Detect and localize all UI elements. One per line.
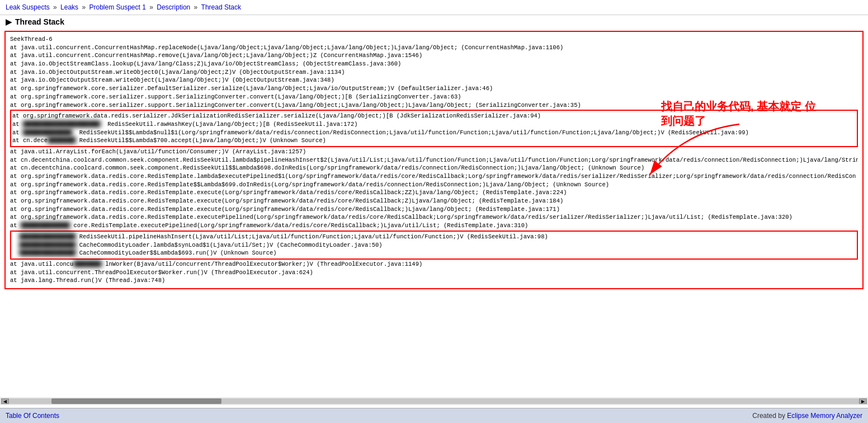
stack-line-22: at ██████████████ core.RedisTemplate.exe… (10, 222, 858, 230)
stack-line-1: at java.util.concurrent.ConcurrentHashMa… (10, 44, 858, 52)
breadcrumb-sep-3: » (149, 3, 155, 11)
stack-trace: SeekThread-6 at java.util.concurrent.Con… (10, 35, 858, 285)
stack-line-27: at java.util.concurrent.ThreadPoolExecut… (10, 269, 858, 277)
stack-line-11: at ██████████████ RedisSeekUtil$$Lambda$… (12, 129, 856, 137)
stack-line-19: at org.springframework.data.redis.core.R… (10, 197, 858, 205)
breadcrumb-description[interactable]: Description (157, 3, 190, 11)
page-title: Thread Stack (15, 17, 64, 26)
stack-line-4: at java.io.ObjectOutputStream.writeObjec… (10, 68, 858, 77)
stack-line-12: at cn.dece████████ RedisSeekUtil$$Lambda… (12, 137, 856, 145)
stack-line-18: at org.springframework.data.redis.core.R… (10, 189, 858, 197)
stack-line-20: at org.springframework.data.redis.core.R… (10, 205, 858, 214)
stack-line-3: at java.io.ObjectStreamClass.lookup(Ljav… (10, 60, 858, 68)
main-content: SeekThread-6 at java.util.concurrent.Con… (4, 31, 864, 289)
stack-line-25: ████████████████ CacheCommodityLoader$$L… (12, 249, 856, 257)
stack-line-13: at java.util.ArrayList.forEach(Ljava/uti… (10, 148, 858, 156)
stack-line-17: at org.springframework.data.redis.core.R… (10, 181, 858, 189)
stack-line-16: at org.springframework.data.redis.core.R… (10, 172, 858, 181)
stack-line-15: at cn.decentchina.coolcard.common.seek.c… (10, 164, 858, 172)
breadcrumb-sep-2: » (82, 3, 87, 11)
breadcrumb-problem-suspect[interactable]: Problem Suspect 1 (89, 3, 145, 11)
breadcrumb: Leak Suspects » Leaks » Problem Suspect … (0, 0, 868, 15)
chinese-annotation: 找自己的业务代码, 基本就定 位到问题了 (661, 99, 818, 128)
breadcrumb-thread-stack[interactable]: Thread Stack (201, 3, 241, 11)
stack-line-28: at java.lang.Thread.run()V (Thread.java:… (10, 276, 858, 285)
breadcrumb-sep-1: » (53, 3, 59, 11)
stack-line-5: at java.io.ObjectOutputStream.writeObjec… (10, 76, 858, 84)
breadcrumb-sep-4: » (194, 3, 200, 11)
stack-line-26: at java.util.concu████████ lnWorker(Bjav… (10, 260, 858, 269)
stack-line-6: at org.springframework.core.serializer.D… (10, 84, 858, 93)
page-title-area: ▶ Thread Stack (0, 15, 868, 30)
breadcrumb-leaks[interactable]: Leaks (60, 3, 78, 11)
stack-line-14: at cn.decentchina.coolcard.common.seek.c… (10, 156, 858, 164)
stack-line-23: ████████████████ RedisSeekUtil.pipelineH… (12, 233, 856, 241)
thread-name: SeekThread-6 (10, 36, 53, 43)
breadcrumb-leak-suspects[interactable]: Leak Suspects (6, 3, 50, 11)
stack-line-21: at org.springframework.data.redis.core.R… (10, 213, 858, 222)
stack-line-2: at java.util.concurrent.ConcurrentHashMa… (10, 51, 858, 60)
title-icon: ▶ (6, 17, 12, 26)
stack-line-24: ████████████████ CacheCommodityLoader.la… (12, 241, 856, 250)
highlight-section-2: ████████████████ RedisSeekUtil.pipelineH… (10, 231, 858, 260)
